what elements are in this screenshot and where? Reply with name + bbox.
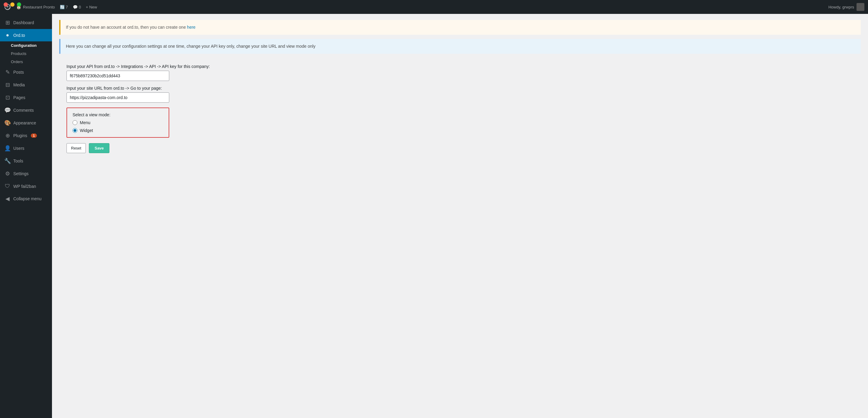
radio-widget-label: Widget	[80, 128, 93, 133]
save-button[interactable]: Save	[89, 143, 110, 153]
sidebar-item-configuration[interactable]: Configuration	[0, 41, 52, 50]
sidebar-label-comments: Comments	[13, 108, 34, 112]
sidebar-label-plugins: Plugins	[13, 133, 27, 138]
create-account-link[interactable]: here	[187, 25, 195, 30]
sidebar-label-media: Media	[13, 83, 25, 87]
view-mode-label: Select a view mode:	[72, 112, 163, 117]
sidebar-item-collapse[interactable]: ◀ Collapse menu	[0, 192, 52, 205]
sidebar-label-tools: Tools	[13, 159, 23, 163]
notice-warning: If you do not have an account at ord.to,…	[59, 20, 861, 35]
radio-menu[interactable]: Menu	[72, 120, 163, 125]
sidebar-item-posts[interactable]: ✎ Posts	[0, 66, 52, 78]
comments-nav-icon: 💬	[4, 107, 11, 114]
settings-icon: ⚙	[4, 170, 11, 177]
sidebar-item-ordto[interactable]: ● Ord.to	[0, 29, 52, 41]
radio-group: Menu Widget	[72, 120, 163, 133]
users-icon: 👤	[4, 145, 11, 152]
dashboard-icon: ⊞	[4, 19, 11, 26]
minimize-button[interactable]	[10, 2, 14, 7]
sidebar-label-posts: Posts	[13, 70, 24, 74]
view-mode-box: Select a view mode: Menu Widget	[66, 107, 169, 138]
form-section: Input your API from ord.to -> Integratio…	[59, 58, 861, 159]
sidebar-label-pages: Pages	[13, 95, 25, 100]
sidebar-item-plugins[interactable]: ⊕ Plugins 1	[0, 129, 52, 142]
maximize-button[interactable]	[17, 2, 21, 7]
sidebar-item-appearance[interactable]: 🎨 Appearance	[0, 117, 52, 129]
sidebar-item-users[interactable]: 👤 Users	[0, 142, 52, 155]
comments-icon: 💬	[73, 5, 78, 9]
sidebar-item-settings[interactable]: ⚙ Settings	[0, 167, 52, 180]
api-label: Input your API from ord.to -> Integratio…	[66, 64, 854, 69]
main-content: If you do not have an account at ord.to,…	[52, 14, 868, 418]
sidebar-item-media[interactable]: ⊟ Media	[0, 78, 52, 91]
media-icon: ⊟	[4, 82, 11, 88]
admin-bar: 🏠 Restaurant Pronto 🔄 7 💬 0 + New Howdy,…	[0, 0, 868, 14]
notice-info: Here you can change all your configurati…	[59, 39, 861, 54]
tools-icon: 🔧	[4, 158, 11, 164]
sidebar-item-wp-fail2ban[interactable]: 🛡 WP fail2ban	[0, 180, 52, 192]
layout: ⊞ Dashboard ● Ord.to Configuration Produ…	[0, 14, 868, 418]
sidebar: ⊞ Dashboard ● Ord.to Configuration Produ…	[0, 14, 52, 418]
plugins-icon: ⊕	[4, 132, 11, 139]
sidebar-label-users: Users	[13, 146, 25, 151]
traffic-lights	[0, 0, 25, 9]
sidebar-label-ordto: Ord.to	[13, 33, 25, 38]
sidebar-item-pages[interactable]: ⊡ Pages	[0, 91, 52, 104]
sidebar-label-settings: Settings	[13, 171, 29, 176]
close-button[interactable]	[4, 2, 8, 7]
api-input[interactable]	[66, 71, 169, 81]
appearance-icon: 🎨	[4, 120, 11, 126]
sidebar-item-products[interactable]: Products	[0, 50, 52, 58]
howdy: Howdy, grwprs	[829, 3, 864, 11]
reset-button[interactable]: Reset	[66, 143, 86, 153]
updates-icon: 🔄	[60, 5, 65, 9]
updates-item[interactable]: 🔄 7	[60, 5, 68, 9]
new-item[interactable]: + New	[86, 5, 97, 9]
sidebar-item-dashboard[interactable]: ⊞ Dashboard	[0, 16, 52, 29]
sidebar-label-collapse: Collapse menu	[13, 196, 41, 201]
comments-item[interactable]: 💬 0	[73, 5, 81, 9]
avatar	[857, 3, 864, 11]
sidebar-label-dashboard: Dashboard	[13, 20, 34, 25]
sidebar-label-appearance: Appearance	[13, 121, 36, 125]
fail2ban-icon: 🛡	[4, 183, 11, 189]
sidebar-item-tools[interactable]: 🔧 Tools	[0, 155, 52, 167]
radio-widget[interactable]: Widget	[72, 128, 163, 133]
ordto-icon: ●	[4, 32, 11, 38]
radio-menu-input[interactable]	[72, 120, 78, 125]
sidebar-label-fail2ban: WP fail2ban	[13, 184, 36, 189]
collapse-icon: ◀	[4, 195, 11, 202]
sidebar-item-comments[interactable]: 💬 Comments	[0, 104, 52, 117]
url-label: Input your site URL from ord.to -> Go to…	[66, 86, 854, 91]
url-input[interactable]	[66, 92, 169, 103]
posts-icon: ✎	[4, 69, 11, 75]
pages-icon: ⊡	[4, 94, 11, 101]
radio-widget-input[interactable]	[72, 128, 78, 133]
plugin-badge: 1	[31, 133, 37, 138]
radio-menu-label: Menu	[80, 120, 90, 125]
sidebar-item-orders[interactable]: Orders	[0, 58, 52, 66]
button-row: Reset Save	[66, 143, 854, 153]
sidebar-sub-ordto: Configuration Products Orders	[0, 41, 52, 66]
